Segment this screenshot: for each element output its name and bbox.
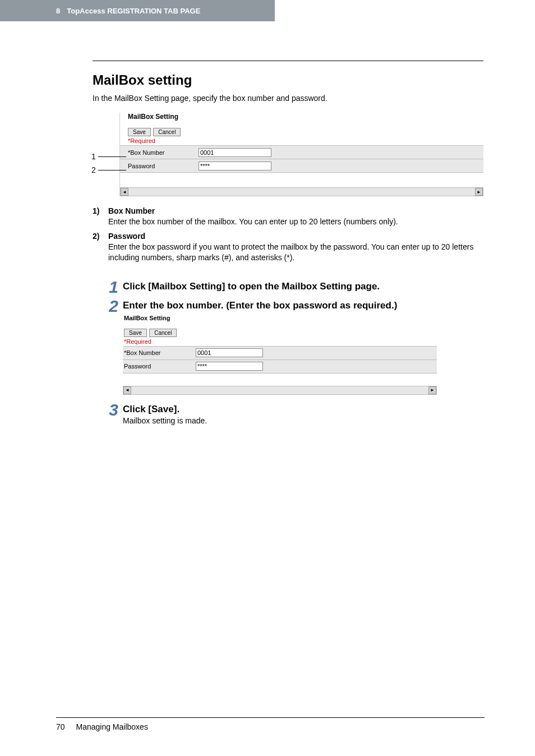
step-text: Mailbox setting is made. bbox=[123, 416, 483, 425]
item-title: Password bbox=[108, 232, 483, 241]
save-button[interactable]: Save bbox=[124, 329, 147, 337]
list-item: 1) Box Number Enter the box number of th… bbox=[93, 206, 483, 227]
horizontal-scrollbar[interactable]: ◄ ► bbox=[123, 386, 437, 395]
callout-line-2 bbox=[98, 170, 126, 170]
page-footer: 70 Managing Mailboxes bbox=[56, 717, 485, 731]
step-heading: Click [Save]. bbox=[123, 404, 483, 415]
callout-line-1 bbox=[98, 156, 126, 157]
callout-1: 1 bbox=[91, 152, 96, 161]
step-number: 2 bbox=[104, 298, 123, 399]
box-number-input[interactable] bbox=[199, 148, 271, 157]
section-intro: In the MailBox Setting page, specify the… bbox=[93, 94, 483, 103]
panel-title: MailBox Setting bbox=[123, 315, 437, 321]
step-heading: Click [Mailbox Setting] to open the Mail… bbox=[123, 281, 483, 292]
item-text: Enter the box number of the mailbox. You… bbox=[108, 216, 483, 227]
required-label: *Required bbox=[120, 137, 483, 146]
password-label: Password bbox=[120, 163, 199, 169]
page-number: 70 bbox=[56, 722, 65, 731]
cancel-button[interactable]: Cancel bbox=[153, 128, 181, 136]
chapter-number: 8 bbox=[56, 7, 60, 15]
step-number: 1 bbox=[104, 279, 123, 296]
cancel-button[interactable]: Cancel bbox=[149, 329, 177, 337]
item-number: 1) bbox=[93, 206, 108, 227]
panel-title: MailBox Setting bbox=[120, 113, 483, 121]
footer-section: Managing Mailboxes bbox=[76, 722, 147, 731]
box-number-label: *Box Number bbox=[123, 349, 196, 356]
step-2: 2 Enter the box number. (Enter the box p… bbox=[104, 298, 483, 399]
horizontal-scrollbar[interactable]: ◄ ► bbox=[120, 187, 483, 196]
scroll-left-icon[interactable]: ◄ bbox=[123, 386, 131, 394]
chapter-title: TopAccess REGISTRATION TAB PAGE bbox=[67, 7, 200, 15]
steps-list: 1 Click [Mailbox Setting] to open the Ma… bbox=[104, 279, 483, 425]
scroll-right-icon[interactable]: ► bbox=[428, 386, 436, 394]
item-number: 2) bbox=[93, 232, 108, 263]
callout-2: 2 bbox=[91, 165, 96, 174]
form-row-box-number: *Box Number bbox=[123, 347, 437, 360]
footer-divider bbox=[56, 717, 485, 718]
item-text: Enter the box password if you want to pr… bbox=[108, 242, 483, 263]
box-number-input[interactable] bbox=[196, 348, 263, 357]
password-input[interactable] bbox=[199, 162, 271, 170]
screenshot-mailbox-setting-2: MailBox Setting Save Cancel *Required *B… bbox=[123, 315, 437, 395]
password-label: Password bbox=[123, 363, 196, 370]
step-heading: Enter the box number. (Enter the box pas… bbox=[123, 300, 483, 311]
step-3: 3 Click [Save]. Mailbox setting is made. bbox=[104, 402, 483, 425]
save-button[interactable]: Save bbox=[128, 128, 151, 136]
step-number: 3 bbox=[104, 402, 123, 425]
divider bbox=[93, 61, 483, 61]
scroll-left-icon[interactable]: ◄ bbox=[121, 188, 128, 196]
required-label: *Required bbox=[123, 338, 437, 347]
list-item: 2) Password Enter the box password if yo… bbox=[93, 232, 483, 263]
box-number-label: *Box Number bbox=[120, 149, 199, 156]
form-row-password: Password bbox=[120, 159, 483, 173]
screenshot-mailbox-setting-1: 1 2 MailBox Setting Save Cancel *Require… bbox=[93, 113, 483, 196]
form-row-password: Password bbox=[123, 360, 437, 374]
item-title: Box Number bbox=[108, 206, 483, 215]
page-header: 8 TopAccess REGISTRATION TAB PAGE bbox=[0, 0, 275, 21]
section-title: MailBox setting bbox=[93, 72, 483, 88]
password-input[interactable] bbox=[196, 362, 263, 371]
step-1: 1 Click [Mailbox Setting] to open the Ma… bbox=[104, 279, 483, 296]
form-row-box-number: *Box Number bbox=[120, 146, 483, 159]
scroll-right-icon[interactable]: ► bbox=[475, 188, 483, 196]
field-descriptions: 1) Box Number Enter the box number of th… bbox=[93, 206, 483, 263]
